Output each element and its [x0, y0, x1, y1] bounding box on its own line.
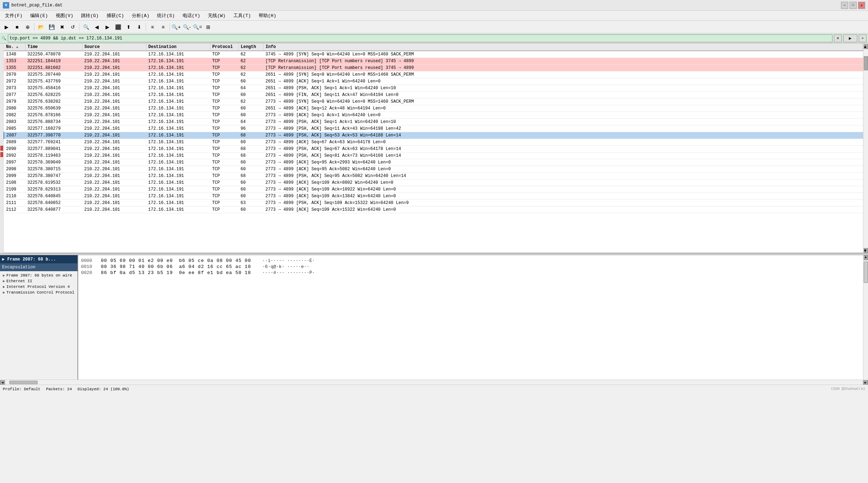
col-header-source[interactable]: Source: [82, 43, 146, 51]
toolbar-btn-zoom-in[interactable]: 🔍+: [171, 22, 181, 32]
toolbar-btn-colorize[interactable]: ≡: [147, 22, 157, 32]
col-header-info[interactable]: Info: [263, 43, 863, 51]
horizontal-scrollbar[interactable]: ◀ ▶: [0, 380, 868, 385]
col-header-length[interactable]: Length: [238, 43, 263, 51]
col-header-destination[interactable]: Destination: [146, 43, 210, 51]
menu-capture[interactable]: 捕获(C): [103, 11, 128, 20]
toolbar-btn-next[interactable]: ▶: [102, 22, 112, 32]
col-header-no[interactable]: No. ▲: [4, 43, 25, 51]
table-row[interactable]: 2080322576.650639210.22.204.101172.16.13…: [4, 105, 863, 112]
toolbar-btn-close[interactable]: ✖: [57, 22, 67, 32]
tree-frame[interactable]: ▶ Frame 2087: 68 bytes on wire: [1, 273, 76, 278]
table-cell: 172.16.134.191: [146, 166, 210, 173]
filter-save-btn[interactable]: +: [859, 34, 867, 42]
table-row[interactable]: 1355322251.881602210.22.204.101172.16.13…: [4, 65, 863, 71]
table-row[interactable]: 2099322578.380747210.22.204.101172.16.13…: [4, 173, 863, 179]
window-controls[interactable]: — □ ✕: [841, 2, 865, 9]
hscroll-left-btn[interactable]: ◀: [0, 380, 5, 385]
table-row[interactable]: 2073322575.458416210.22.204.101172.16.13…: [4, 85, 863, 92]
table-row[interactable]: 2098322578.380715210.22.204.101172.16.13…: [4, 166, 863, 173]
detail-panel: ▶ Frame 2087: 68 b... Encapsulation ▶ Fr…: [0, 255, 78, 380]
table-cell: 3745 → 4899 [SYN] Seq=0 Win=64240 Len=0 …: [263, 51, 863, 58]
col-header-time[interactable]: Time: [25, 43, 82, 51]
detail-scrollbar-thumb[interactable]: [864, 262, 868, 283]
table-row[interactable]: 2109322578.629313210.22.204.101172.16.13…: [4, 186, 863, 193]
toolbar-btn-autoscroll[interactable]: ≡: [158, 22, 168, 32]
table-row[interactable]: 2090322577.889041210.22.204.101172.16.13…: [4, 146, 863, 152]
tree-ethernet[interactable]: ▶ Ethernet II: [1, 278, 76, 284]
table-row[interactable]: 2097322578.369049210.22.204.101172.16.13…: [4, 159, 863, 166]
toolbar-btn-stop[interactable]: ■: [12, 22, 22, 32]
menu-statistics[interactable]: 统计(S): [153, 11, 178, 20]
table-cell: TCP: [210, 193, 238, 200]
table-cell: 172.16.134.191: [146, 206, 210, 213]
table-cell: 322578.380715: [25, 166, 82, 173]
table-cell: 322575.458416: [25, 85, 82, 92]
bottom-panel: ▶ Frame 2087: 68 b... Encapsulation ▶ Fr…: [0, 255, 868, 380]
table-row[interactable]: 2079322576.638202210.22.204.101172.16.13…: [4, 98, 863, 105]
packet-list-scrollbar[interactable]: ▲ ▼: [863, 43, 868, 253]
toolbar-btn-up[interactable]: ⬆: [124, 22, 134, 32]
scrollbar-down-btn[interactable]: ▼: [864, 248, 868, 253]
expand-icon-tcp: ▶: [3, 290, 5, 295]
filter-clear-btn[interactable]: ✕: [834, 34, 842, 42]
toolbar-btn-zoom-reset[interactable]: 🔍=: [193, 22, 203, 32]
table-row[interactable]: 1353322251.184419210.22.204.101172.16.13…: [4, 58, 863, 65]
toolbar-btn-reload[interactable]: ↺: [68, 22, 78, 32]
toolbar-btn-open[interactable]: 📂: [36, 22, 46, 32]
table-row[interactable]: 2108322578.619532210.22.204.101172.16.13…: [4, 179, 863, 186]
menu-edit[interactable]: 编辑(E): [27, 11, 51, 20]
scrollbar-up-btn[interactable]: ▲: [864, 44, 868, 49]
toolbar-btn-save[interactable]: 💾: [47, 22, 56, 32]
restore-button[interactable]: □: [850, 2, 857, 9]
menu-file[interactable]: 文件(F): [1, 11, 26, 20]
table-row[interactable]: 2070322575.207440210.22.204.101172.16.13…: [4, 71, 863, 78]
table-cell: 172.16.134.191: [146, 146, 210, 152]
table-row[interactable]: 2077322576.628225210.22.204.101172.16.13…: [4, 92, 863, 98]
table-row[interactable]: 2110322578.640845210.22.204.101172.16.13…: [4, 193, 863, 200]
minimize-button[interactable]: —: [841, 2, 848, 9]
table-row[interactable]: 2089322577.769241210.22.204.101172.16.13…: [4, 139, 863, 146]
menu-view[interactable]: 视图(V): [52, 11, 77, 20]
toolbar-btn-resize[interactable]: ⊞: [203, 22, 213, 32]
close-button[interactable]: ✕: [858, 2, 865, 9]
table-row[interactable]: 2083322576.888734210.22.204.101172.16.13…: [4, 119, 863, 125]
toolbar-sep-2: [79, 23, 80, 31]
table-row[interactable]: 2085322577.168279210.22.204.101172.16.13…: [4, 125, 863, 132]
filter-input[interactable]: [8, 34, 832, 42]
toolbar-btn-goto[interactable]: ⬛: [113, 22, 123, 32]
table-row[interactable]: 2111322578.640852210.22.204.101172.16.13…: [4, 200, 863, 206]
table-cell: 210.22.204.101: [82, 132, 146, 139]
menu-analyze[interactable]: 分析(A): [128, 11, 153, 20]
table-row[interactable]: 2092322578.119463210.22.204.101172.16.13…: [4, 152, 863, 159]
table-row[interactable]: 2072322575.437769210.22.204.101172.16.13…: [4, 78, 863, 85]
filter-apply-btn[interactable]: ▶: [843, 34, 857, 42]
packet-list[interactable]: No. ▲ Time Source Destination Protocol L…: [4, 43, 863, 253]
detail-scrollbar-up[interactable]: ▲: [864, 255, 868, 260]
toolbar-btn-restart[interactable]: ⊕: [23, 22, 33, 32]
table-cell: 172.16.134.191: [146, 71, 210, 78]
menu-telephony[interactable]: 电话(Y): [179, 11, 204, 20]
toolbar-btn-start[interactable]: ▶: [1, 22, 11, 32]
table-cell: 172.16.134.191: [146, 58, 210, 65]
col-header-protocol[interactable]: Protocol: [210, 43, 238, 51]
menu-go[interactable]: 跳转(G): [77, 11, 102, 20]
tree-tcp[interactable]: ▶ Transmission Control Protocol: [1, 290, 76, 295]
table-cell: 1348: [4, 51, 25, 58]
scrollbar-thumb[interactable]: [864, 56, 868, 70]
toolbar-btn-find[interactable]: 🔍: [81, 22, 91, 32]
menu-help[interactable]: 帮助(H): [255, 11, 280, 20]
menu-tools[interactable]: 工具(T): [230, 11, 254, 20]
toolbar-btn-prev[interactable]: ◀: [92, 22, 102, 32]
toolbar-btn-zoom-out[interactable]: 🔍-: [182, 22, 192, 32]
detail-scrollbar[interactable]: ▲: [863, 255, 868, 380]
hscroll-right-btn[interactable]: ▶: [863, 380, 868, 385]
table-row[interactable]: 2082322576.878166210.22.204.101172.16.13…: [4, 112, 863, 119]
hscroll-thumb[interactable]: [9, 381, 38, 384]
menu-wireless[interactable]: 无线(W): [204, 11, 229, 20]
toolbar-btn-down[interactable]: ⬇: [134, 22, 144, 32]
table-row[interactable]: 2087322577.398770210.22.204.101172.16.13…: [4, 132, 863, 139]
tree-ip[interactable]: ▶ Internet Protocol Version 4: [1, 284, 76, 290]
table-row[interactable]: 2112322578.640877210.22.204.101172.16.13…: [4, 206, 863, 213]
table-row[interactable]: 1348322250.478078210.22.204.101172.16.13…: [4, 51, 863, 58]
